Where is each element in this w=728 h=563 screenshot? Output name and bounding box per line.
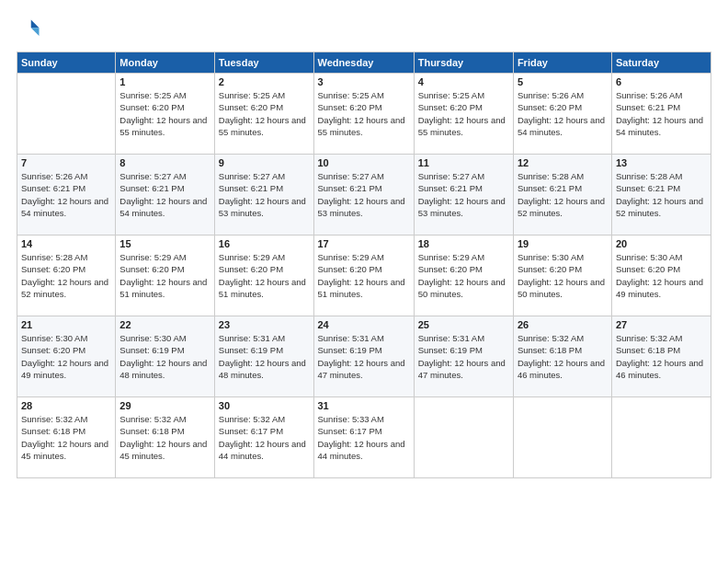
calendar-cell: 8Sunrise: 5:27 AMSunset: 6:21 PMDaylight… <box>116 155 214 236</box>
day-info: Sunrise: 5:30 AMSunset: 6:20 PMDaylight:… <box>518 251 608 300</box>
calendar-cell: 27Sunrise: 5:32 AMSunset: 6:18 PMDayligh… <box>611 316 711 397</box>
day-info: Sunrise: 5:32 AMSunset: 6:18 PMDaylight:… <box>518 332 608 381</box>
page: SundayMondayTuesdayWednesdayThursdayFrid… <box>0 0 728 563</box>
day-number: 14 <box>21 238 111 249</box>
day-number: 26 <box>518 319 608 330</box>
day-number: 17 <box>318 238 410 249</box>
day-info: Sunrise: 5:29 AMSunset: 6:20 PMDaylight:… <box>418 251 509 300</box>
day-info: Sunrise: 5:32 AMSunset: 6:18 PMDaylight:… <box>616 332 707 381</box>
day-number: 19 <box>518 238 608 249</box>
day-number: 18 <box>418 238 509 249</box>
week-row-5: 28Sunrise: 5:32 AMSunset: 6:18 PMDayligh… <box>17 397 711 478</box>
calendar-cell: 12Sunrise: 5:28 AMSunset: 6:21 PMDayligh… <box>513 155 611 236</box>
day-info: Sunrise: 5:28 AMSunset: 6:20 PMDaylight:… <box>21 251 111 300</box>
calendar-cell: 28Sunrise: 5:32 AMSunset: 6:18 PMDayligh… <box>17 397 116 478</box>
day-number: 20 <box>616 238 707 249</box>
day-info: Sunrise: 5:32 AMSunset: 6:17 PMDaylight:… <box>219 413 310 462</box>
calendar-cell <box>17 74 116 155</box>
day-info: Sunrise: 5:29 AMSunset: 6:20 PMDaylight:… <box>119 251 210 300</box>
day-info: Sunrise: 5:31 AMSunset: 6:19 PMDaylight:… <box>418 332 509 381</box>
weekday-header-wednesday: Wednesday <box>313 52 414 74</box>
logo <box>17 17 46 42</box>
day-number: 16 <box>219 238 310 249</box>
day-info: Sunrise: 5:26 AMSunset: 6:21 PMDaylight:… <box>21 170 111 219</box>
day-info: Sunrise: 5:28 AMSunset: 6:21 PMDaylight:… <box>518 170 608 219</box>
day-info: Sunrise: 5:27 AMSunset: 6:21 PMDaylight:… <box>418 170 509 219</box>
weekday-header-thursday: Thursday <box>414 52 513 74</box>
calendar-cell: 16Sunrise: 5:29 AMSunset: 6:20 PMDayligh… <box>214 236 313 316</box>
calendar-cell: 18Sunrise: 5:29 AMSunset: 6:20 PMDayligh… <box>414 236 513 316</box>
day-info: Sunrise: 5:26 AMSunset: 6:21 PMDaylight:… <box>616 89 707 138</box>
day-number: 24 <box>318 319 410 330</box>
day-info: Sunrise: 5:25 AMSunset: 6:20 PMDaylight:… <box>418 89 509 138</box>
calendar-cell: 17Sunrise: 5:29 AMSunset: 6:20 PMDayligh… <box>313 236 414 316</box>
day-info: Sunrise: 5:25 AMSunset: 6:20 PMDaylight:… <box>119 89 210 138</box>
calendar-cell: 19Sunrise: 5:30 AMSunset: 6:20 PMDayligh… <box>513 236 611 316</box>
day-number: 11 <box>418 157 509 168</box>
calendar-cell <box>513 397 611 478</box>
calendar-cell: 24Sunrise: 5:31 AMSunset: 6:19 PMDayligh… <box>313 316 414 397</box>
day-number: 5 <box>518 76 608 87</box>
day-number: 7 <box>21 157 111 168</box>
svg-marker-1 <box>31 28 40 36</box>
day-number: 8 <box>119 157 210 168</box>
day-info: Sunrise: 5:31 AMSunset: 6:19 PMDaylight:… <box>219 332 310 381</box>
day-number: 4 <box>418 76 509 87</box>
calendar-cell: 10Sunrise: 5:27 AMSunset: 6:21 PMDayligh… <box>313 155 414 236</box>
day-info: Sunrise: 5:31 AMSunset: 6:19 PMDaylight:… <box>318 332 410 381</box>
day-number: 10 <box>318 157 410 168</box>
calendar-cell: 11Sunrise: 5:27 AMSunset: 6:21 PMDayligh… <box>414 155 513 236</box>
day-number: 23 <box>219 319 310 330</box>
day-number: 1 <box>119 76 210 87</box>
calendar-cell: 13Sunrise: 5:28 AMSunset: 6:21 PMDayligh… <box>611 155 711 236</box>
day-info: Sunrise: 5:33 AMSunset: 6:17 PMDaylight:… <box>318 413 410 462</box>
calendar-cell <box>611 397 711 478</box>
calendar-cell: 1Sunrise: 5:25 AMSunset: 6:20 PMDaylight… <box>116 74 214 155</box>
day-number: 27 <box>616 319 707 330</box>
day-number: 6 <box>616 76 707 87</box>
day-number: 2 <box>219 76 310 87</box>
day-info: Sunrise: 5:29 AMSunset: 6:20 PMDaylight:… <box>219 251 310 300</box>
calendar-cell: 6Sunrise: 5:26 AMSunset: 6:21 PMDaylight… <box>611 74 711 155</box>
week-row-3: 14Sunrise: 5:28 AMSunset: 6:20 PMDayligh… <box>17 236 711 316</box>
day-info: Sunrise: 5:32 AMSunset: 6:18 PMDaylight:… <box>119 413 210 462</box>
day-info: Sunrise: 5:30 AMSunset: 6:19 PMDaylight:… <box>119 332 210 381</box>
day-number: 22 <box>119 319 210 330</box>
day-info: Sunrise: 5:25 AMSunset: 6:20 PMDaylight:… <box>219 89 310 138</box>
week-row-1: 1Sunrise: 5:25 AMSunset: 6:20 PMDaylight… <box>17 74 711 155</box>
day-number: 30 <box>219 400 310 411</box>
calendar-cell: 3Sunrise: 5:25 AMSunset: 6:20 PMDaylight… <box>313 74 414 155</box>
calendar-cell: 23Sunrise: 5:31 AMSunset: 6:19 PMDayligh… <box>214 316 313 397</box>
day-number: 21 <box>21 319 111 330</box>
calendar-cell: 14Sunrise: 5:28 AMSunset: 6:20 PMDayligh… <box>17 236 116 316</box>
calendar-cell: 15Sunrise: 5:29 AMSunset: 6:20 PMDayligh… <box>116 236 214 316</box>
day-number: 28 <box>21 400 111 411</box>
header <box>17 17 711 42</box>
day-number: 12 <box>518 157 608 168</box>
day-info: Sunrise: 5:28 AMSunset: 6:21 PMDaylight:… <box>616 170 707 219</box>
day-number: 13 <box>616 157 707 168</box>
weekday-header-tuesday: Tuesday <box>214 52 313 74</box>
calendar-cell: 22Sunrise: 5:30 AMSunset: 6:19 PMDayligh… <box>116 316 214 397</box>
calendar-cell: 25Sunrise: 5:31 AMSunset: 6:19 PMDayligh… <box>414 316 513 397</box>
day-number: 25 <box>418 319 509 330</box>
day-info: Sunrise: 5:27 AMSunset: 6:21 PMDaylight:… <box>119 170 210 219</box>
calendar-cell: 29Sunrise: 5:32 AMSunset: 6:18 PMDayligh… <box>116 397 214 478</box>
calendar-cell: 26Sunrise: 5:32 AMSunset: 6:18 PMDayligh… <box>513 316 611 397</box>
calendar-cell: 4Sunrise: 5:25 AMSunset: 6:20 PMDaylight… <box>414 74 513 155</box>
day-info: Sunrise: 5:30 AMSunset: 6:20 PMDaylight:… <box>21 332 111 381</box>
calendar-cell: 5Sunrise: 5:26 AMSunset: 6:20 PMDaylight… <box>513 74 611 155</box>
week-row-4: 21Sunrise: 5:30 AMSunset: 6:20 PMDayligh… <box>17 316 711 397</box>
calendar-cell <box>414 397 513 478</box>
weekday-header-monday: Monday <box>116 52 214 74</box>
day-info: Sunrise: 5:26 AMSunset: 6:20 PMDaylight:… <box>518 89 608 138</box>
calendar-cell: 21Sunrise: 5:30 AMSunset: 6:20 PMDayligh… <box>17 316 116 397</box>
day-number: 29 <box>119 400 210 411</box>
day-number: 9 <box>219 157 310 168</box>
day-info: Sunrise: 5:32 AMSunset: 6:18 PMDaylight:… <box>21 413 111 462</box>
calendar-cell: 30Sunrise: 5:32 AMSunset: 6:17 PMDayligh… <box>214 397 313 478</box>
calendar-table: SundayMondayTuesdayWednesdayThursdayFrid… <box>17 52 711 478</box>
calendar-cell: 9Sunrise: 5:27 AMSunset: 6:21 PMDaylight… <box>214 155 313 236</box>
day-info: Sunrise: 5:25 AMSunset: 6:20 PMDaylight:… <box>318 89 410 138</box>
day-info: Sunrise: 5:27 AMSunset: 6:21 PMDaylight:… <box>219 170 310 219</box>
